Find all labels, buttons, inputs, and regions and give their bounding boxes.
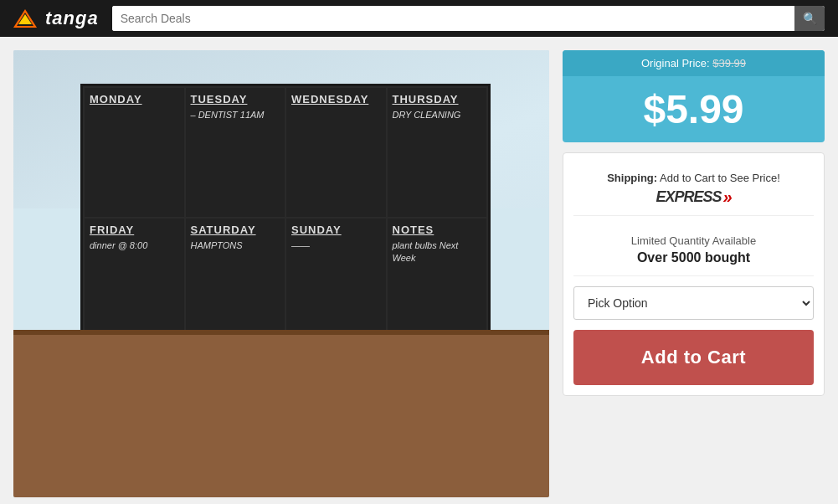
chalkboard-cell: NOTESplant bulbs Next Week — [388, 219, 487, 347]
search-icon: 🔍 — [803, 12, 817, 25]
original-price-label: Original Price: — [641, 57, 710, 69]
chalkboard-cell: THURSDAYDRY CLEANING — [388, 88, 487, 217]
sale-price: $5.99 — [563, 76, 825, 142]
limited-quantity-text: Limited Quantity Available — [582, 234, 805, 247]
main-content: MONDAYTUESDAY– DENTIST 11AMWEDNESDAYTHUR… — [0, 37, 838, 504]
chalkboard-cell: MONDAY — [85, 88, 184, 217]
chalkboard-cell: TUESDAY– DENTIST 11AM — [186, 88, 285, 217]
shipping-label: Shipping: — [607, 172, 657, 184]
desk — [13, 330, 549, 497]
chalkboard-cell: SATURDAYHAMPTONS — [186, 219, 285, 347]
header: tanga 🔍 — [0, 0, 838, 37]
search-button[interactable]: 🔍 — [794, 6, 825, 31]
chalkboard: MONDAYTUESDAY– DENTIST 11AMWEDNESDAYTHUR… — [80, 84, 491, 352]
price-box: Original Price: $39.99 $5.99 — [563, 50, 825, 142]
express-text: EXPRESS — [655, 188, 721, 206]
search-input[interactable] — [112, 6, 794, 31]
pick-option-select[interactable]: Pick Option — [573, 286, 814, 320]
side-panel: Original Price: $39.99 $5.99 Shipping: A… — [563, 50, 825, 396]
express-logo: EXPRESS » — [582, 188, 805, 207]
chalkboard-cell: FRIDAYdinner @ 8:00 — [85, 219, 184, 347]
original-price-bar: Original Price: $39.99 — [563, 50, 825, 76]
bought-count-text: Over 5000 bought — [582, 250, 805, 265]
logo[interactable]: tanga — [13, 8, 99, 29]
chalkboard-cell: WEDNESDAY — [286, 88, 386, 217]
logo-text: tanga — [45, 8, 99, 29]
search-bar: 🔍 — [112, 6, 825, 31]
chalkboard-cell: SUNDAY—— — [286, 219, 386, 347]
info-card: Shipping: Add to Cart to See Price! EXPR… — [563, 152, 825, 396]
express-chevrons: » — [722, 188, 731, 207]
shipping-info: Shipping: Add to Cart to See Price! EXPR… — [573, 163, 814, 216]
shipping-value: Add to Cart to See Price! — [660, 172, 780, 184]
add-to-cart-button[interactable]: Add to Cart — [573, 330, 814, 385]
chalkboard-scene: MONDAYTUESDAY– DENTIST 11AMWEDNESDAYTHUR… — [13, 50, 549, 497]
shipping-text: Shipping: Add to Cart to See Price! — [582, 172, 805, 184]
original-price-value: $39.99 — [712, 57, 746, 69]
product-image: MONDAYTUESDAY– DENTIST 11AMWEDNESDAYTHUR… — [13, 50, 549, 497]
quantity-info: Limited Quantity Available Over 5000 bou… — [573, 224, 814, 276]
